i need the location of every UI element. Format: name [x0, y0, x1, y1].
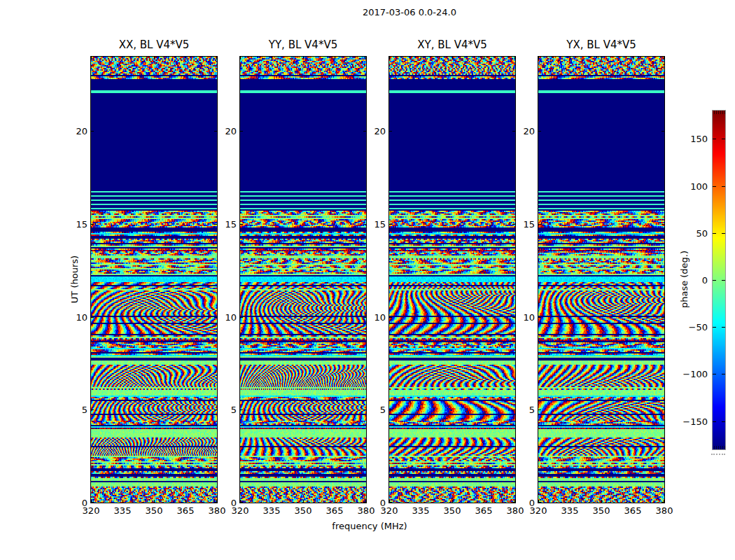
y-tick-label: 0: [231, 498, 237, 508]
x-tick-label: 335: [263, 505, 281, 516]
x-tick-label: 365: [326, 505, 344, 516]
panel-title: XX, BL V4*V5: [90, 38, 218, 51]
y-tick-label: 20: [225, 126, 237, 136]
colorbar-canvas: [712, 110, 726, 450]
y-tick-label: 15: [523, 218, 535, 229]
x-tick-label: 350: [295, 505, 312, 516]
y-tick-label: 10: [225, 312, 237, 322]
heatmap-canvas: [239, 56, 367, 503]
y-tick-label: 5: [82, 405, 88, 415]
x-tick-label: 365: [177, 505, 195, 516]
colorbar-tick-label: 50: [671, 227, 708, 238]
figure: 2017-03-06 0.0-24.0 UT (hours) frequency…: [0, 0, 735, 560]
y-tick-label: 10: [523, 312, 535, 322]
x-tick-label: 365: [624, 505, 642, 516]
y-tick-label: 0: [529, 498, 535, 508]
colorbar-tick-label: 100: [671, 181, 708, 191]
x-tick-label: 380: [209, 505, 226, 516]
y-tick-label: 0: [380, 498, 386, 508]
x-axis-label: frequency (MHz): [332, 521, 407, 531]
panel-yy: YY, BL V4*V5 32033535036538005101520: [239, 56, 367, 503]
figure-title: 2017-03-06 0.0-24.0: [363, 7, 456, 18]
colorbar-tick-label: −100: [671, 369, 708, 379]
colorbar-tick-label: 150: [671, 134, 708, 144]
y-tick-label: 15: [76, 218, 88, 229]
x-tick-label: 365: [475, 505, 493, 516]
panel-title: YY, BL V4*V5: [239, 38, 367, 51]
heatmap-canvas: [538, 56, 665, 503]
x-tick-label: 335: [412, 505, 430, 516]
y-tick-label: 20: [76, 126, 88, 136]
colorbar: phase (deg.) 150100500−50−100−150: [712, 110, 726, 450]
panel-xx: XX, BL V4*V5 32033535036538005101520: [90, 56, 218, 503]
panel-title: XY, BL V4*V5: [388, 38, 516, 51]
x-tick-label: 380: [358, 505, 375, 516]
colorbar-tick-label: 0: [671, 275, 708, 286]
heatmap-canvas: [388, 56, 516, 503]
colorbar-tick-label: −150: [671, 416, 708, 426]
x-tick-label: 380: [656, 505, 673, 516]
colorbar-tick-label: −50: [671, 322, 708, 332]
panel-yx: YX, BL V4*V5 32033535036538005101520: [538, 56, 665, 503]
y-tick-label: 15: [225, 218, 237, 229]
y-tick-label: 5: [529, 405, 535, 415]
x-tick-label: 335: [561, 505, 579, 516]
y-tick-label: 5: [380, 405, 386, 415]
panel-title: YX, BL V4*V5: [538, 38, 665, 51]
x-tick-label: 350: [593, 505, 610, 516]
x-tick-label: 335: [114, 505, 132, 516]
y-tick-label: 20: [523, 126, 535, 136]
y-axis-label: UT (hours): [69, 255, 80, 303]
x-tick-label: 350: [444, 505, 461, 516]
y-tick-label: 10: [374, 312, 386, 322]
colorbar-dots-decoration: [711, 454, 725, 455]
y-tick-label: 15: [374, 218, 386, 229]
x-tick-label: 350: [146, 505, 163, 516]
x-tick-label: 380: [507, 505, 524, 516]
y-tick-label: 10: [76, 312, 88, 322]
y-tick-label: 0: [82, 498, 88, 508]
heatmap-canvas: [90, 56, 218, 503]
panel-xy: XY, BL V4*V5 32033535036538005101520: [388, 56, 516, 503]
y-tick-label: 5: [231, 405, 237, 415]
y-tick-label: 20: [374, 126, 386, 136]
